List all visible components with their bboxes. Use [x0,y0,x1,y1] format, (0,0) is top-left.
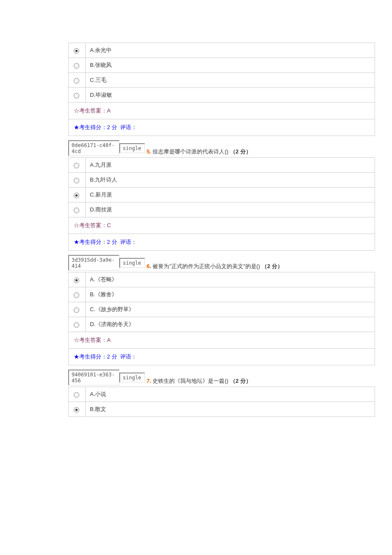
option-row[interactable]: D.《济南的冬天》 [69,317,375,332]
radio-icon[interactable] [74,178,79,183]
option-row[interactable]: A.九月派 [69,158,375,173]
radio-icon[interactable] [74,63,79,69]
radio-icon[interactable] [74,278,79,283]
radio-icon[interactable] [74,292,79,298]
option-row[interactable]: C.三毛 [69,73,375,88]
question-type-field: single [119,258,145,268]
question-block: A.余光中 B.张晓风 C.三毛 D.毕淑敏 ☆考生答案：A ★考生得分：2 分… [9,43,383,136]
radio-icon[interactable] [74,322,79,328]
answer-row: ☆考生答案：C [69,217,375,234]
option-row[interactable]: C.新月派 [69,188,375,202]
options-table: A.《苍蝇》 B.《雅舍》 C.《故乡的野草》 D.《济南的冬天》 ☆考生答案：… [68,272,375,365]
radio-icon[interactable] [74,307,79,313]
option-row[interactable]: B.九叶诗人 [69,173,375,188]
question-id-field: 3d3915dd-3a9e-414 [68,255,119,271]
option-row[interactable]: B.《雅舍》 [69,287,375,302]
options-table: A.九月派 B.九叶诗人 C.新月派 D.雨丝派 ☆考生答案：C ★考生得分：2… [68,157,375,251]
option-label: A.《苍蝇》 [86,272,375,287]
radio-icon[interactable] [74,48,79,54]
option-label: B.《雅舍》 [86,287,375,302]
score-row: ★考生得分：2 分 评语： [69,234,375,251]
score-row: ★考生得分：2 分 评语： [69,119,375,136]
question-id-field: 94069101-e363-456 [68,370,119,385]
question-title: 6. 被誉为"正式的作为正统小品文的美文"的是() （2 分） [147,263,283,270]
option-label: B.散文 [86,402,375,417]
option-label: D.《济南的冬天》 [86,317,375,332]
question-header: 3d3915dd-3a9e-414 single 6. 被誉为"正式的作为正统小… [68,255,383,271]
radio-icon[interactable] [74,208,79,213]
radio-icon[interactable] [74,93,79,98]
option-row[interactable]: A.小说 [69,387,375,402]
option-row[interactable]: B.张晓风 [69,58,375,73]
options-table: A.小说 B.散文 [68,387,375,417]
option-label: A.余光中 [86,43,375,58]
question-type-field: single [119,373,145,382]
question-block: 3d3915dd-3a9e-414 single 6. 被誉为"正式的作为正统小… [9,255,383,365]
radio-icon[interactable] [74,78,79,84]
answer-row: ☆考生答案：A [69,103,375,119]
question-block: 94069101-e363-456 single 7. 史铁生的《我与地坛》是一… [9,370,383,417]
question-block: 0de66171-c40f-4cd single 5. 徐志摩是哪个诗派的代表诗… [9,140,383,251]
answer-row: ☆考生答案：A [69,332,375,349]
option-row[interactable]: A.《苍蝇》 [69,272,375,287]
question-header: 0de66171-c40f-4cd single 5. 徐志摩是哪个诗派的代表诗… [68,140,383,156]
question-id-field: 0de66171-c40f-4cd [68,140,119,156]
option-row[interactable]: D.毕淑敏 [69,88,375,103]
option-label: C.新月派 [86,188,375,202]
question-title: 5. 徐志摩是哪个诗派的代表诗人() （2 分） [147,148,251,156]
option-label: A.九月派 [86,158,375,173]
option-label: B.张晓风 [86,58,375,73]
option-row[interactable]: B.散文 [69,402,375,417]
question-title: 7. 史铁生的《我与地坛》是一篇() （2 分） [147,377,251,385]
option-label: D.雨丝派 [86,202,375,217]
question-header: 94069101-e363-456 single 7. 史铁生的《我与地坛》是一… [68,370,383,385]
question-type-field: single [119,143,145,153]
option-row[interactable]: C.《故乡的野草》 [69,302,375,317]
option-row[interactable]: A.余光中 [69,43,375,58]
option-row[interactable]: D.雨丝派 [69,202,375,217]
radio-icon[interactable] [74,407,79,413]
option-label: A.小说 [86,387,375,402]
radio-icon[interactable] [74,163,79,168]
option-label: C.三毛 [86,73,375,88]
option-label: D.毕淑敏 [86,88,375,103]
options-table: A.余光中 B.张晓风 C.三毛 D.毕淑敏 ☆考生答案：A ★考生得分：2 分… [68,43,375,136]
radio-icon[interactable] [74,193,79,198]
score-row: ★考生得分：2 分 评语： [69,349,375,365]
option-label: B.九叶诗人 [86,173,375,188]
option-label: C.《故乡的野草》 [86,302,375,317]
radio-icon[interactable] [74,392,79,398]
